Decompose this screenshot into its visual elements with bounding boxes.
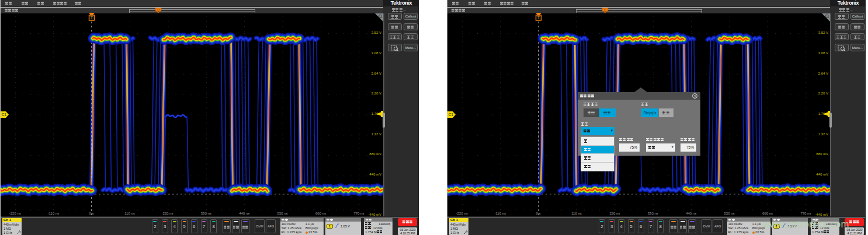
svg-text:550 ns: 550 ns bbox=[724, 211, 735, 215]
svg-text:660 ns: 660 ns bbox=[315, 211, 326, 215]
svg-text:U: U bbox=[604, 8, 606, 12]
svg-text:880 mV: 880 mV bbox=[816, 152, 828, 156]
svg-text:0 s: 0 s bbox=[536, 211, 541, 215]
svg-text:2.64 V: 2.64 V bbox=[818, 71, 828, 75]
svg-text:-440 mV: -440 mV bbox=[815, 212, 828, 216]
svg-text:U: U bbox=[157, 8, 159, 12]
svg-text:330 ns: 330 ns bbox=[648, 211, 658, 215]
svg-text:440 mV: 440 mV bbox=[816, 173, 828, 176]
svg-text:770 ns: 770 ns bbox=[800, 211, 811, 215]
svg-text:770 ns: 770 ns bbox=[353, 211, 364, 215]
svg-text:C1: C1 bbox=[449, 113, 454, 117]
svg-text:3.52 V: 3.52 V bbox=[371, 31, 381, 34]
svg-text:440 ns: 440 ns bbox=[686, 211, 696, 215]
svg-text:550 ns: 550 ns bbox=[277, 211, 288, 215]
svg-text:0 s: 0 s bbox=[89, 211, 94, 215]
svg-text:440 mV: 440 mV bbox=[369, 173, 381, 176]
svg-text:-220 ns: -220 ns bbox=[9, 211, 21, 215]
svg-text:3.08 V: 3.08 V bbox=[818, 51, 828, 54]
svg-text:-440 mV: -440 mV bbox=[368, 212, 381, 216]
svg-text:110 ns: 110 ns bbox=[124, 211, 135, 215]
svg-text:3.52 V: 3.52 V bbox=[818, 31, 828, 34]
svg-text:2.20 V: 2.20 V bbox=[818, 92, 828, 95]
svg-text:-110 ns: -110 ns bbox=[494, 211, 506, 215]
svg-text:660 ns: 660 ns bbox=[762, 211, 773, 215]
svg-text:440 ns: 440 ns bbox=[239, 211, 249, 215]
svg-text:-110 ns: -110 ns bbox=[47, 211, 59, 215]
svg-text:C1: C1 bbox=[2, 113, 7, 117]
svg-text:3.08 V: 3.08 V bbox=[371, 51, 381, 54]
svg-text:330 ns: 330 ns bbox=[201, 211, 211, 215]
svg-text:220 ns: 220 ns bbox=[609, 211, 620, 215]
svg-text:T: T bbox=[537, 16, 540, 20]
svg-text:1.32 V: 1.32 V bbox=[371, 132, 381, 135]
svg-text:T: T bbox=[91, 16, 93, 20]
svg-text:220 ns: 220 ns bbox=[162, 211, 173, 215]
svg-text:880 mV: 880 mV bbox=[369, 152, 381, 156]
svg-text:1.32 V: 1.32 V bbox=[818, 132, 828, 135]
svg-text:2.20 V: 2.20 V bbox=[371, 92, 381, 95]
svg-text:110 ns: 110 ns bbox=[571, 211, 582, 215]
svg-text:2.64 V: 2.64 V bbox=[371, 71, 381, 75]
svg-text:-220 ns: -220 ns bbox=[456, 211, 468, 215]
